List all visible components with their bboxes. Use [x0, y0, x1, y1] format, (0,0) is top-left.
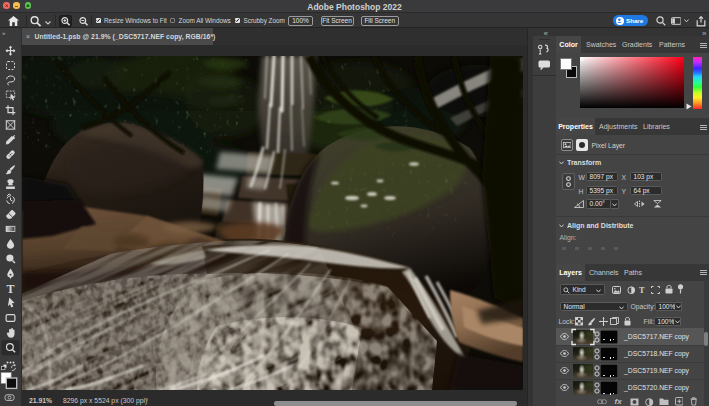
svg-text:»: »	[2, 30, 6, 36]
svg-text:T: T	[6, 282, 14, 296]
